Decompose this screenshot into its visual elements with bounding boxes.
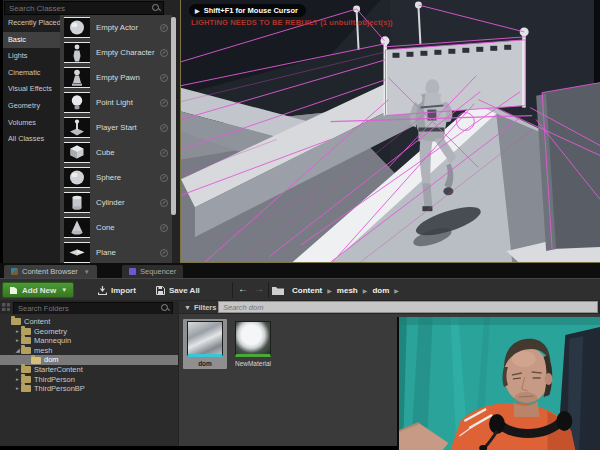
folder-icon <box>31 357 41 364</box>
character-icon <box>64 42 90 63</box>
drag-handle-icon[interactable] <box>160 124 168 132</box>
hint-text: Shift+F1 for Mouse Cursor <box>204 6 298 15</box>
folder-dom[interactable]: dom <box>0 355 178 365</box>
tab-content-browser[interactable]: Content Browser ▼ <box>4 265 97 278</box>
import-icon <box>98 286 107 295</box>
folder-mesh[interactable]: ◢mesh <box>0 346 178 356</box>
breadcrumb-mesh[interactable]: mesh <box>337 286 358 295</box>
expand-arrow-icon[interactable]: ▸ <box>14 365 21 375</box>
category-visual-effects[interactable]: Visual Effects <box>3 81 60 98</box>
category-recently-placed[interactable]: Recently Placed <box>3 15 60 32</box>
place-item-point-light[interactable]: Point Light <box>60 90 172 115</box>
asset-dom[interactable]: dom <box>183 319 227 369</box>
category-lights[interactable]: Lights <box>3 48 60 65</box>
cylinder-icon <box>64 192 90 213</box>
filter-search-row: ▼ Filters ▼ <box>0 300 600 314</box>
filter-icon: ▼ <box>184 304 191 311</box>
place-item-cone[interactable]: Cone <box>60 215 172 240</box>
category-geometry[interactable]: Geometry <box>3 98 60 115</box>
chevron-down-icon: ▼ <box>84 269 90 275</box>
search-icon <box>152 4 161 13</box>
place-item-empty-pawn[interactable]: Empty Pawn <box>60 65 172 90</box>
expand-arrow-icon[interactable]: ▸ <box>14 336 21 346</box>
drag-handle-icon[interactable] <box>160 199 168 207</box>
breadcrumb-content[interactable]: Content <box>292 286 322 295</box>
sphere-icon <box>64 167 90 188</box>
place-actors-categories: Recently PlacedBasicLightsCinematicVisua… <box>3 15 60 263</box>
breadcrumb-separator-icon: ▶ <box>363 287 368 294</box>
place-item-plane[interactable]: Plane <box>60 240 172 263</box>
search-icon <box>161 304 170 313</box>
drag-handle-icon[interactable] <box>160 149 168 157</box>
drag-handle-icon[interactable] <box>160 49 168 57</box>
asset-newmaterial[interactable]: NewMaterial <box>231 319 275 369</box>
add-new-button[interactable]: Add New ▼ <box>2 282 74 298</box>
back-button[interactable]: ← <box>238 283 248 294</box>
import-button[interactable]: Import <box>92 282 142 298</box>
content-browser-toolbar: Add New ▼ Import Save All ← → Content▶me… <box>0 278 600 300</box>
content-browser-icon <box>11 268 18 275</box>
place-item-cube[interactable]: Cube <box>60 140 172 165</box>
place-item-empty-actor[interactable]: Empty Actor <box>60 15 172 40</box>
category-volumes[interactable]: Volumes <box>3 115 60 132</box>
category-cinematic[interactable]: Cinematic <box>3 65 60 82</box>
place-item-player-start[interactable]: Player Start <box>60 115 172 140</box>
folder-icon <box>272 286 284 295</box>
tab-sequencer[interactable]: Sequencer <box>122 265 183 278</box>
folder-icon <box>21 366 31 373</box>
lighting-rebuild-warning: LIGHTING NEEDS TO BE REBUILT (1 unbuilt … <box>191 18 393 27</box>
drag-handle-icon[interactable] <box>160 174 168 182</box>
folder-geometry[interactable]: ▸Geometry <box>0 327 178 337</box>
cube-icon <box>64 142 90 163</box>
breadcrumb: Content▶mesh▶dom▶ <box>272 279 402 301</box>
breadcrumb-dom[interactable]: dom <box>372 286 389 295</box>
folder-icon <box>21 385 31 392</box>
drag-handle-icon[interactable] <box>160 249 168 257</box>
folder-icon <box>21 328 31 335</box>
folder-thirdpersonbp[interactable]: ▸ThirdPersonBP <box>0 384 178 394</box>
search-assets-input[interactable] <box>219 303 597 312</box>
search-folders-box <box>13 302 173 315</box>
new-asset-icon <box>9 286 18 295</box>
place-actors-items: Empty ActorEmpty CharacterEmpty PawnPoin… <box>60 15 172 263</box>
folder-startercontent[interactable]: ▸StarterContent <box>0 365 178 375</box>
folder-icon <box>11 318 21 325</box>
mouse-cursor-hint: ▶ Shift+F1 for Mouse Cursor <box>189 4 306 17</box>
expand-arrow-icon[interactable]: ◢ <box>14 346 21 356</box>
drag-handle-icon[interactable] <box>160 99 168 107</box>
folder-mannequin[interactable]: ▸Mannequin <box>0 336 178 346</box>
search-assets-box <box>218 301 598 313</box>
place-item-cylinder[interactable]: Cylinder <box>60 190 172 215</box>
place-actors-panel: Recently PlacedBasicLightsCinematicVisua… <box>0 0 180 263</box>
place-actors-scrollbar[interactable] <box>171 17 176 215</box>
search-folders-input[interactable] <box>14 304 161 313</box>
expand-arrow-icon[interactable]: ▸ <box>14 375 21 385</box>
drag-handle-icon[interactable] <box>160 74 168 82</box>
drag-handle-icon[interactable] <box>160 24 168 32</box>
forward-button[interactable]: → <box>254 283 264 294</box>
folder-icon <box>21 347 31 354</box>
sources-panel-icon[interactable] <box>2 303 10 311</box>
sequencer-icon <box>129 268 136 275</box>
search-classes-input[interactable] <box>5 4 152 13</box>
viewport-scene <box>181 0 600 262</box>
chevron-down-icon: ▼ <box>61 287 67 293</box>
pawn-icon <box>64 67 90 88</box>
category-basic[interactable]: Basic <box>3 32 60 49</box>
drag-handle-icon[interactable] <box>160 224 168 232</box>
level-viewport[interactable]: ▶ Shift+F1 for Mouse Cursor LIGHTING NEE… <box>180 0 600 263</box>
expand-arrow-icon[interactable]: ▸ <box>14 327 21 337</box>
save-all-button[interactable]: Save All <box>150 282 206 298</box>
player-start-icon <box>64 117 90 138</box>
expand-arrow-icon[interactable]: ▸ <box>14 384 21 394</box>
place-item-sphere[interactable]: Sphere <box>60 165 172 190</box>
unreal-editor-window: Recently PlacedBasicLightsCinematicVisua… <box>0 0 600 450</box>
webcam-overlay <box>397 317 600 450</box>
folder-thirdperson[interactable]: ▸ThirdPerson <box>0 375 178 385</box>
folder-content[interactable]: Content <box>0 317 178 327</box>
plane-icon <box>64 242 90 263</box>
folder-icon <box>21 337 31 344</box>
lightbulb-icon <box>64 92 90 113</box>
place-item-empty-character[interactable]: Empty Character <box>60 40 172 65</box>
category-all-classes[interactable]: All Classes <box>3 131 60 148</box>
